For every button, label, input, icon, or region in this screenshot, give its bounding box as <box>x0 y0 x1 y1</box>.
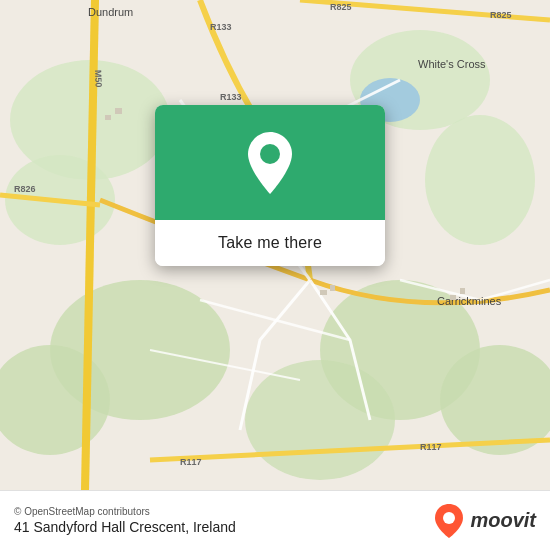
svg-point-6 <box>425 115 535 245</box>
svg-rect-28 <box>115 108 122 114</box>
svg-text:M50: M50 <box>93 70 104 88</box>
svg-text:R117: R117 <box>180 457 202 467</box>
osm-attribution: © OpenStreetMap contributors <box>14 506 236 517</box>
popup-green-area <box>155 105 385 220</box>
footer-bar: © OpenStreetMap contributors 41 Sandyfor… <box>0 490 550 550</box>
address-text: 41 Sandyford Hall Crescent, Ireland <box>14 519 236 535</box>
svg-text:R826: R826 <box>14 184 36 194</box>
svg-text:White's Cross: White's Cross <box>418 58 486 70</box>
map-container: M50 R133 R133 R825 R825 R826 R117 R117 D… <box>0 0 550 490</box>
svg-text:R825: R825 <box>330 2 352 12</box>
svg-text:R117: R117 <box>420 442 442 452</box>
moovit-pin-icon <box>434 504 464 538</box>
location-pin-icon <box>244 132 296 194</box>
take-me-there-button[interactable]: Take me there <box>155 220 385 266</box>
svg-text:R825: R825 <box>490 10 512 20</box>
svg-text:Dundrum: Dundrum <box>88 6 133 18</box>
svg-point-9 <box>245 360 395 480</box>
svg-rect-25 <box>320 290 327 295</box>
svg-point-31 <box>260 144 280 164</box>
svg-text:R133: R133 <box>210 22 232 32</box>
svg-rect-30 <box>460 288 465 294</box>
svg-point-32 <box>443 512 455 524</box>
svg-rect-26 <box>330 285 335 291</box>
svg-rect-29 <box>450 295 456 300</box>
footer-left: © OpenStreetMap contributors 41 Sandyfor… <box>14 506 236 535</box>
svg-text:R133: R133 <box>220 92 242 102</box>
svg-text:Carrickmines: Carrickmines <box>437 295 502 307</box>
svg-rect-27 <box>105 115 111 120</box>
popup-card: Take me there <box>155 105 385 266</box>
moovit-logo: moovit <box>434 504 536 538</box>
moovit-text: moovit <box>470 509 536 532</box>
